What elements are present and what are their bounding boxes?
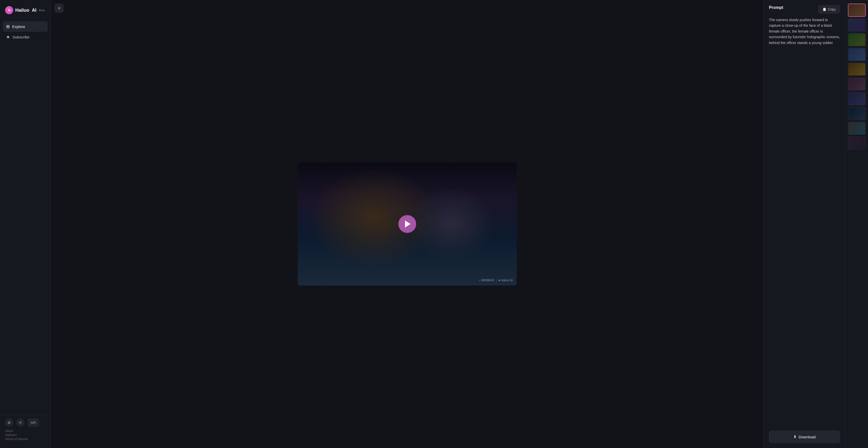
sidebar-item-explore[interactable]: ⊞ Explore (3, 21, 48, 32)
prompt-text: The camera slowly pushes forward to capt… (769, 17, 840, 427)
thumbnail-2[interactable] (848, 18, 866, 32)
thumbnail-1[interactable] (848, 4, 866, 17)
watermark-right: ● hailuo AI (498, 279, 513, 282)
thumbnail-8[interactable] (848, 107, 866, 120)
terms-link[interactable]: Terms of Service (5, 437, 45, 441)
copy-label: Copy (828, 7, 836, 11)
thumb-image-3 (848, 34, 865, 46)
subscribe-icon: ★ (6, 34, 10, 40)
right-panel: Prompt 📋 Copy The camera slowly pushes f… (764, 0, 845, 448)
sidebar-footer: ⊕ ✕ API About HailuoAI Terms of Service (0, 415, 51, 444)
discord-button[interactable]: ⊕ (5, 418, 13, 427)
play-button[interactable] (398, 215, 416, 233)
thumb-image-7 (848, 93, 865, 105)
hailuoai-link[interactable]: HailuoAI (5, 433, 45, 437)
thumb-image-6 (848, 78, 865, 90)
twitter-icon: ✕ (19, 420, 22, 424)
sidebar-item-label-explore: Explore (12, 25, 25, 29)
video-container: ✕ ⟐ MINIMAX | ● hailuo AI (51, 0, 764, 448)
thumbnail-9[interactable] (848, 122, 866, 135)
thumbnail-5[interactable] (848, 63, 866, 76)
discord-icon: ⊕ (8, 420, 11, 424)
thumbnail-6[interactable] (848, 77, 866, 91)
thumb-image-5 (848, 63, 865, 75)
thumb-image-2 (848, 19, 865, 31)
app-subtitle: AI (32, 8, 36, 13)
prompt-header: Prompt (769, 5, 783, 10)
play-icon (405, 220, 410, 228)
app-name: Hailuo (15, 8, 29, 13)
thumbnail-3[interactable] (848, 33, 866, 46)
sidebar: H Hailuo AI Beta ⊞ Explore ★ Subscribe ⊕… (0, 0, 51, 448)
thumb-image-10 (848, 137, 865, 149)
logo-area: H Hailuo AI Beta (0, 4, 51, 19)
download-label: Download (799, 435, 816, 439)
thumbnail-10[interactable] (848, 136, 866, 150)
sidebar-item-subscribe[interactable]: ★ Subscribe (3, 32, 48, 42)
download-area: ⬇ Download (769, 427, 840, 448)
logo-icon: H (5, 6, 13, 14)
thumb-image-4 (848, 49, 865, 61)
explore-icon: ⊞ (6, 24, 10, 29)
video-watermark: ⟐ MINIMAX | ● hailuo AI (479, 279, 513, 282)
copy-button[interactable]: 📋 Copy (818, 5, 840, 13)
api-button[interactable]: API (28, 418, 39, 427)
copy-icon: 📋 (823, 7, 827, 11)
sidebar-item-label-subscribe: Subscribe (12, 35, 30, 39)
footer-social-links: ⊕ ✕ API (5, 418, 45, 427)
thumbnails-strip (845, 0, 868, 448)
main-content: ✕ ⟐ MINIMAX | ● hailuo AI (51, 0, 764, 448)
twitter-button[interactable]: ✕ (16, 418, 25, 427)
watermark-sep: | (496, 279, 497, 282)
close-icon: ✕ (58, 6, 61, 11)
download-icon: ⬇ (794, 435, 797, 439)
thumbnail-4[interactable] (848, 48, 866, 61)
beta-badge: Beta (39, 9, 45, 12)
prompt-top-row: Prompt 📋 Copy (769, 5, 840, 13)
about-link[interactable]: About (5, 429, 45, 433)
video-wrapper: ⟐ MINIMAX | ● hailuo AI (298, 162, 517, 286)
video-placeholder (298, 162, 517, 286)
thumb-image-1 (848, 4, 865, 16)
thumb-image-8 (848, 107, 865, 120)
footer-about: About HailuoAI Terms of Service (5, 429, 45, 441)
thumbnail-7[interactable] (848, 92, 866, 105)
download-button[interactable]: ⬇ Download (769, 431, 840, 443)
thumb-image-9 (848, 122, 865, 134)
sidebar-nav: ⊞ Explore ★ Subscribe (0, 19, 51, 415)
watermark-left: ⟐ MINIMAX (479, 279, 495, 282)
close-button[interactable]: ✕ (55, 4, 64, 13)
